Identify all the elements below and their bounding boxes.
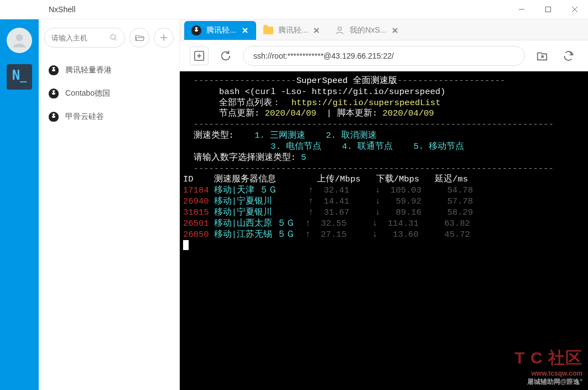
add-host-button[interactable] [154, 28, 174, 48]
host-label: 腾讯轻量香港 [65, 65, 112, 75]
folder-arrow-icon [536, 50, 548, 62]
sidebar: 腾讯轻量香港 Contabo德国 甲骨云硅谷 [39, 19, 180, 390]
tab-label: 腾讯轻... [278, 25, 308, 35]
linux-icon [49, 65, 59, 75]
terminal[interactable]: --------------------SuperSpeed 全面测速版----… [180, 71, 588, 390]
titlebar: NxShell [0, 0, 588, 19]
tab-label: 腾讯轻... [206, 25, 236, 35]
svg-rect-1 [546, 7, 551, 12]
close-button[interactable] [561, 0, 588, 19]
tab-close-button[interactable] [312, 26, 321, 35]
plus-icon [159, 33, 169, 43]
url-bar: ssh://root:************@43.129.66.215:22… [180, 40, 588, 71]
avatar[interactable] [7, 28, 32, 53]
user-icon [334, 25, 345, 36]
add-tab-icon [193, 50, 205, 62]
reload-icon [220, 50, 232, 62]
tab-close-button[interactable] [241, 26, 249, 35]
tab-close-button[interactable] [391, 26, 399, 35]
tab-files[interactable]: 腾讯轻... [256, 21, 328, 40]
svg-point-5 [111, 34, 116, 39]
tab-profile[interactable]: 我的NxS... [327, 21, 406, 40]
url-input[interactable]: ssh://root:************@43.129.66.215:22… [243, 46, 525, 66]
host-label: 甲骨云硅谷 [65, 112, 104, 122]
search-icon [110, 33, 118, 43]
host-item[interactable]: 甲骨云硅谷 [39, 105, 179, 128]
host-search-field[interactable] [51, 34, 106, 42]
tab-terminal[interactable]: 腾讯轻... [184, 21, 256, 40]
folder-open-icon [134, 33, 144, 43]
linux-icon [49, 112, 59, 122]
tab-bar: 腾讯轻... 腾讯轻... 我的NxS... [180, 19, 588, 40]
app-logo-icon[interactable]: N_ [7, 64, 32, 90]
host-list: 腾讯轻量香港 Contabo德国 甲骨云硅谷 [39, 56, 179, 131]
host-label: Contabo德国 [65, 89, 110, 98]
app-title: NxShell [39, 5, 508, 14]
linux-icon [191, 25, 202, 36]
linux-icon [49, 89, 59, 98]
svg-point-4 [16, 34, 23, 41]
svg-point-13 [338, 27, 341, 30]
forward-button[interactable] [559, 46, 578, 65]
reload-button[interactable] [216, 46, 235, 65]
folder-icon [263, 25, 274, 36]
host-search-input[interactable] [44, 28, 125, 48]
host-item[interactable]: Contabo德国 [39, 82, 179, 105]
forward-icon [563, 50, 575, 62]
tab-label: 我的NxS... [350, 25, 386, 35]
file-manager-button[interactable] [533, 46, 551, 65]
svg-line-6 [115, 39, 117, 41]
url-text: ssh://root:************@43.129.66.215:22… [253, 51, 394, 60]
activity-bar: N_ [0, 19, 39, 390]
minimize-button[interactable] [508, 0, 535, 19]
maximize-button[interactable] [535, 0, 561, 19]
host-item[interactable]: 腾讯轻量香港 [39, 59, 179, 82]
open-folder-button[interactable] [129, 28, 149, 48]
new-tab-button[interactable] [190, 46, 209, 65]
